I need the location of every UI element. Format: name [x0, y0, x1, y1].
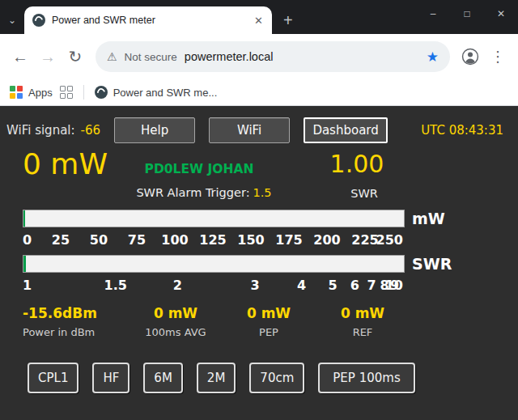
address-bar[interactable]: ⚠ Not secure powermeter.local ★ — [96, 41, 450, 72]
swr-alarm-label: SWR Alarm Trigger: — [136, 186, 249, 199]
top-controls-row: WiFi signal: -66 Help WiFi Dashboard UTC… — [0, 114, 518, 146]
stat-power-dbm: -15.6dBm Power in dBm — [23, 305, 128, 338]
help-button[interactable]: Help — [114, 117, 195, 143]
grid-bookmark[interactable] — [60, 86, 73, 99]
70cm-button[interactable]: 70cm — [249, 363, 304, 393]
cpl1-button[interactable]: CPL1 — [28, 363, 79, 393]
tab-strip: ⌄ Power and SWR meter ✕ + – □ ✕ — [0, 0, 518, 34]
swr-gauge-row: SWR — [23, 255, 518, 273]
swr-scale-tick: 10 — [385, 278, 403, 293]
stat-pep: 0 mW PEP — [223, 305, 314, 338]
back-button[interactable]: ← — [6, 43, 34, 70]
tab-title: Power and SWR meter — [52, 15, 245, 26]
not-secure-label[interactable]: Not secure — [125, 51, 177, 63]
stat-value: 0 mW — [223, 305, 314, 321]
swr-scale-tick: 2 — [173, 278, 182, 293]
power-scale-tick: 50 — [90, 232, 108, 248]
power-scale: 0 25 50 75 100 125 150 175 200 225 250 — [23, 231, 403, 250]
browser-menu-button[interactable]: ⋮ — [484, 43, 512, 70]
profile-button[interactable] — [456, 43, 484, 70]
swr-gauge — [23, 255, 405, 273]
browser-window: ⌄ Power and SWR meter ✕ + – □ ✕ ← → ↻ ⚠ … — [0, 0, 518, 420]
wifi-button[interactable]: WiFi — [209, 117, 290, 143]
stat-value: -15.6dBm — [23, 305, 128, 321]
power-scale-tick: 225 — [351, 232, 378, 248]
swr-gauge-unit: SWR — [412, 255, 452, 273]
swr-scale-tick: 6 — [350, 278, 359, 293]
forward-button[interactable]: → — [34, 43, 62, 70]
powermeter-bookmark[interactable]: Power and SWR me... — [95, 86, 218, 99]
url-text[interactable]: powermeter.local — [185, 50, 419, 63]
person-icon — [461, 48, 479, 66]
stat-value: 0 mW — [128, 305, 223, 321]
power-reading: 0 mW — [23, 150, 108, 179]
swr-reading-label: SWR — [350, 187, 378, 200]
power-gauge-fill — [23, 210, 25, 227]
swr-scale-tick: 5 — [328, 278, 337, 293]
swr-alarm-trigger: SWR Alarm Trigger:1.5 — [136, 186, 271, 199]
swr-scale-tick: 3 — [251, 278, 260, 293]
stat-label: Power in dBm — [23, 326, 128, 338]
wifi-signal-label: WiFi signal: — [6, 123, 75, 138]
bookmarks-bar: Apps Power and SWR me... — [0, 79, 518, 106]
stat-avg: 0 mW 100ms AVG — [128, 305, 223, 338]
browser-tab[interactable]: Power and SWR meter ✕ — [24, 6, 272, 34]
dashboard-button[interactable]: Dashboard — [304, 117, 388, 143]
browser-toolbar: ← → ↻ ⚠ Not secure powermeter.local ★ ⋮ — [0, 34, 518, 79]
hf-button[interactable]: HF — [92, 363, 130, 393]
swr-scale-tick: 7 — [367, 278, 376, 293]
wifi-signal-value: -66 — [81, 123, 101, 138]
grid-icon — [60, 86, 73, 99]
stat-value: 0 mW — [314, 305, 411, 321]
power-scale-tick: 25 — [52, 232, 70, 248]
power-gauge-row: mW — [23, 210, 518, 227]
power-scale-tick: 250 — [376, 232, 403, 248]
reload-button[interactable]: ↻ — [62, 43, 89, 70]
power-scale-tick: 150 — [237, 232, 264, 248]
bookmark-star-icon[interactable]: ★ — [427, 49, 439, 66]
6m-button[interactable]: 6M — [143, 363, 183, 393]
apps-grid-icon — [10, 86, 23, 99]
maximize-button[interactable]: □ — [450, 0, 484, 28]
swr-scale-tick: 1 — [23, 278, 32, 293]
swr-alarm-value: 1.5 — [253, 186, 272, 199]
window-controls: – □ ✕ — [416, 0, 518, 28]
power-scale-tick: 0 — [23, 232, 32, 248]
stat-label: REF — [314, 326, 411, 338]
minimize-button[interactable]: – — [416, 0, 450, 28]
bookmarks-separator — [83, 85, 84, 100]
utc-clock: UTC 08:43:31 — [421, 123, 503, 138]
tab-search-button[interactable]: ⌄ — [0, 6, 24, 34]
new-tab-button[interactable]: + — [283, 12, 293, 28]
bookmark-title: Power and SWR me... — [113, 87, 218, 99]
swr-reading: 1.00 — [330, 152, 384, 176]
band-buttons-row: CPL1 HF 6M 2M 70cm PEP 100ms — [28, 363, 518, 393]
page-content: WiFi signal: -66 Help WiFi Dashboard UTC… — [0, 106, 518, 420]
window-close-button[interactable]: ✕ — [484, 0, 518, 28]
power-scale-tick: 175 — [275, 232, 302, 248]
site-favicon-icon — [32, 14, 45, 27]
stat-label: PEP — [223, 326, 314, 338]
readings-row: 0 mW PD0LEW JOHAN SWR Alarm Trigger:1.5 … — [0, 150, 518, 205]
not-secure-warning-icon: ⚠ — [107, 50, 117, 63]
stat-label: 100ms AVG — [128, 326, 223, 338]
stats-row: -15.6dBm Power in dBm 0 mW 100ms AVG 0 m… — [23, 305, 518, 338]
callsign: PD0LEW JOHAN — [145, 162, 254, 176]
pep-100ms-button[interactable]: PEP 100ms — [318, 363, 414, 393]
power-scale-tick: 125 — [199, 232, 226, 248]
swr-gauge-fill — [23, 256, 26, 272]
apps-label: Apps — [28, 87, 53, 99]
swr-scale-tick: 1.5 — [104, 278, 127, 293]
stat-ref: 0 mW REF — [314, 305, 411, 338]
power-scale-tick: 100 — [161, 232, 188, 248]
2m-button[interactable]: 2M — [197, 363, 236, 393]
power-gauge-unit: mW — [412, 210, 445, 227]
bookmark-favicon-icon — [95, 86, 108, 99]
apps-shortcut[interactable]: Apps — [10, 86, 53, 99]
tab-close-icon[interactable]: ✕ — [252, 15, 265, 27]
swr-scale-tick: 4 — [297, 278, 306, 293]
swr-scale: 1 1.5 2 3 4 5 6 7 8 9 10 — [23, 276, 403, 295]
power-scale-tick: 200 — [313, 232, 340, 248]
power-scale-tick: 75 — [128, 232, 146, 248]
chevron-down-icon: ⌄ — [8, 15, 16, 26]
